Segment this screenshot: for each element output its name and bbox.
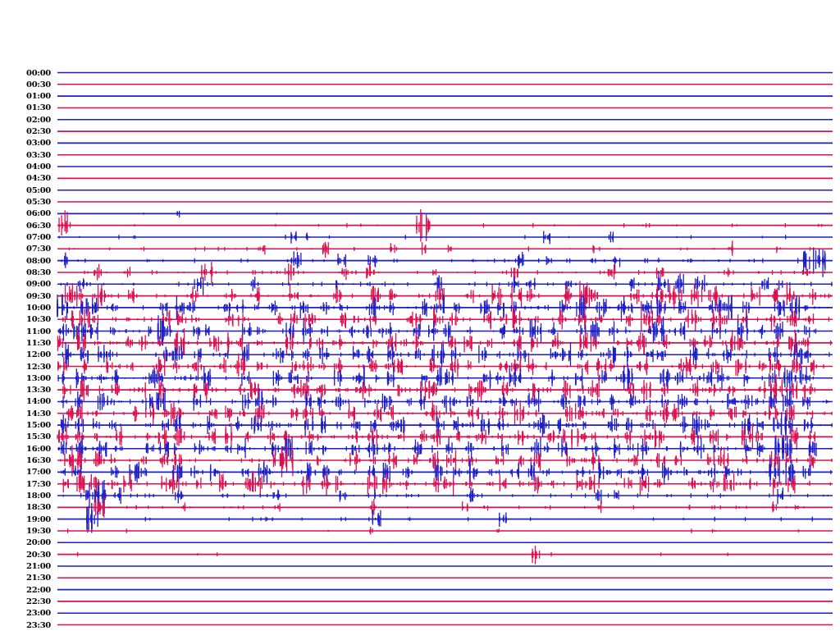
time-label: 23:30 [0, 619, 51, 631]
time-label: 14:00 [0, 395, 51, 407]
time-label: 16:30 [0, 455, 51, 466]
time-label: 09:00 [0, 278, 51, 290]
time-label: 11:00 [0, 326, 51, 337]
time-label: 04:00 [0, 161, 51, 172]
time-label: 13:00 [0, 373, 51, 384]
time-label: 02:00 [0, 114, 51, 126]
time-label: 10:30 [0, 313, 51, 325]
time-label: 22:00 [0, 584, 51, 596]
time-label: 21:30 [0, 572, 51, 583]
time-label: 01:30 [0, 102, 51, 113]
time-label: 18:30 [0, 501, 51, 513]
time-labels-column: 00:0000:3001:0001:3002:0002:3003:0003:30… [0, 0, 52, 640]
time-label: 07:30 [0, 243, 51, 254]
time-label: 10:00 [0, 302, 51, 313]
time-label: 09:30 [0, 290, 51, 302]
time-label: 13:30 [0, 384, 51, 395]
time-label: 05:30 [0, 196, 51, 208]
time-label: 23:00 [0, 607, 51, 619]
time-label: 15:30 [0, 431, 51, 442]
time-label: 12:30 [0, 361, 51, 373]
time-label: 08:30 [0, 267, 51, 278]
time-label: 00:00 [0, 67, 51, 79]
helicorder-traces-canvas [0, 0, 840, 640]
time-label: 20:30 [0, 549, 51, 560]
time-label: 07:00 [0, 231, 51, 243]
time-label: 20:00 [0, 537, 51, 548]
time-label: 16:00 [0, 443, 51, 455]
time-label: 17:30 [0, 478, 51, 490]
time-label: 06:00 [0, 208, 51, 219]
time-label: 11:30 [0, 337, 51, 349]
time-label: 06:30 [0, 220, 51, 231]
time-label: 05:00 [0, 185, 51, 196]
time-label: 15:00 [0, 419, 51, 431]
time-label: 03:30 [0, 149, 51, 161]
time-label: 01:00 [0, 90, 51, 102]
time-label: 00:30 [0, 79, 51, 90]
time-label: 19:00 [0, 514, 51, 525]
time-label: 18:00 [0, 490, 51, 501]
time-label: 03:00 [0, 137, 51, 149]
time-label: 08:00 [0, 255, 51, 267]
helicorder-page: { "header": { "station_title": "HT Santo… [0, 0, 840, 640]
time-label: 22:30 [0, 596, 51, 607]
time-label: 21:00 [0, 560, 51, 572]
time-label: 02:30 [0, 126, 51, 137]
time-label: 12:00 [0, 349, 51, 360]
time-label: 14:30 [0, 408, 51, 419]
time-label: 17:00 [0, 466, 51, 478]
time-label: 04:30 [0, 172, 51, 184]
time-label: 19:30 [0, 525, 51, 537]
